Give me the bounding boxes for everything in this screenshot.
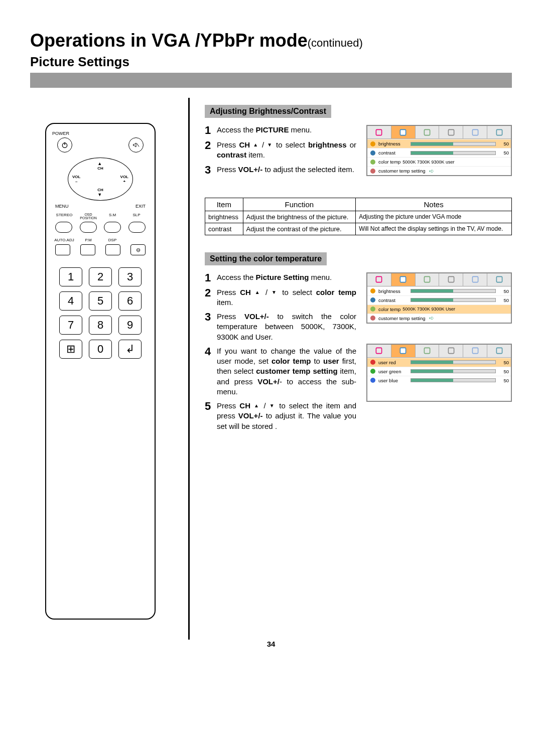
- osd-tab: [439, 126, 463, 138]
- svg-rect-24: [400, 348, 406, 353]
- osd-row: contrast 50: [367, 148, 511, 157]
- svg-rect-14: [400, 276, 406, 282]
- osd-row: contrast 50: [367, 295, 511, 305]
- table-row: contrast Adjust the contrast of the pict…: [205, 223, 512, 235]
- svg-point-20: [370, 297, 375, 303]
- section-header-brightness: Adjusting Brightness/Contrast: [205, 105, 331, 118]
- num-1: 1: [59, 267, 82, 286]
- osd-row-icon: [369, 297, 376, 303]
- osd-panel-1: brightness 50 contrast 50 color temp5000…: [366, 125, 512, 176]
- step-number: 1: [205, 125, 217, 136]
- osd-value: 50: [498, 288, 509, 294]
- num-7: 7: [59, 316, 82, 335]
- manual-page: Operations in VGA /YPbPr mode(continued)…: [0, 0, 542, 668]
- page-number: 34: [30, 640, 512, 648]
- osd-arrow-icon: ➪: [429, 168, 434, 175]
- osd-value: 50: [498, 141, 509, 146]
- osd-row-label: user blue: [378, 378, 409, 383]
- step-number: 2: [205, 140, 217, 161]
- osd-tab: [416, 345, 440, 357]
- step-text: Press VOL+/- to switch the color tempera…: [217, 312, 356, 342]
- num-5: 5: [89, 291, 112, 311]
- osd-row-icon: [369, 315, 376, 321]
- osd-row-icon: [369, 141, 376, 147]
- svg-point-9: [370, 141, 375, 146]
- osd-row-icon: [369, 168, 376, 174]
- osd-row-label: color temp: [378, 307, 400, 312]
- remote-control-illustration: POWER ▲CH CH▼ VOL – VOL + MENU: [45, 123, 156, 620]
- osd-row-icon: [369, 368, 376, 374]
- exit-label: EXIT: [136, 204, 146, 209]
- btn-label: AUTO.ADJ: [54, 238, 74, 242]
- osd-tab: [463, 126, 487, 138]
- osd-value: 50: [498, 297, 509, 303]
- step-text: Press CH ▲ / ▼ to select color temp item…: [217, 287, 356, 308]
- step: 2Press CH ▲ / ▼ to select brightness or …: [205, 140, 356, 161]
- sm-button: [104, 222, 121, 233]
- osd-options: 5000K 7300K 9300K User: [402, 307, 509, 312]
- page-subtitle: Picture Settings: [30, 54, 512, 70]
- step-text: Press CH ▲ / ▼ to select the item and pr…: [217, 401, 356, 431]
- step: 3Press VOL+/- to switch the color temper…: [205, 312, 356, 342]
- vol-plus: VOL +: [120, 175, 128, 184]
- osd-row: user red 50: [367, 358, 511, 367]
- num-9: 9: [118, 316, 142, 335]
- btn-label: OSD POSITION: [78, 213, 98, 220]
- numpad: 1 2 3 4 5 6 7 8 9 ⊞: [52, 267, 149, 359]
- step: 2Press CH ▲ / ▼ to select color temp ite…: [205, 287, 356, 308]
- function-table: Item Function Notes brightness Adjust th…: [205, 198, 512, 235]
- svg-rect-25: [424, 348, 430, 353]
- osd-tab: [391, 126, 416, 138]
- num-8: 8: [89, 316, 112, 335]
- cell-item: contrast: [205, 223, 243, 235]
- dsp-button: [105, 244, 120, 255]
- osd-arrow-icon: ➪: [429, 315, 434, 322]
- osd-tab: [487, 126, 511, 138]
- svg-point-10: [370, 150, 375, 156]
- num-4: 4: [59, 291, 82, 311]
- menu-label: MENU: [55, 204, 69, 209]
- power-button: [57, 137, 72, 153]
- step-text: Press CH ▲ / ▼ to select brightness or c…: [217, 140, 356, 161]
- step-text: Access the Picture Setting menu.: [217, 272, 332, 283]
- step: 1Access the PICTURE menu.: [205, 125, 356, 136]
- osd-row: brightness 50: [367, 286, 511, 295]
- svg-rect-16: [448, 276, 454, 282]
- osd-tab: [367, 345, 391, 357]
- step: 3Press VOL+/- to adjust the selected ite…: [205, 165, 356, 176]
- osd-tab: [487, 345, 511, 357]
- osd-tab: [367, 126, 391, 138]
- num-input: ⊞: [59, 340, 82, 359]
- osd-panel-3: user red 50 user green 50 user blue 50: [366, 344, 512, 402]
- osd-position-button: [80, 222, 97, 233]
- num-enter: ↲: [118, 340, 142, 359]
- osd-row-label: customer temp setting: [378, 168, 425, 174]
- osd-value: 50: [498, 360, 509, 365]
- svg-rect-17: [472, 276, 478, 282]
- power-label: POWER: [52, 131, 149, 136]
- step: 1Access the Picture Setting menu.: [205, 272, 356, 283]
- svg-rect-26: [448, 348, 454, 353]
- svg-rect-6: [448, 129, 454, 135]
- svg-point-21: [370, 307, 375, 312]
- svg-rect-13: [376, 276, 382, 282]
- osd-row: customer temp setting➪: [367, 166, 511, 175]
- osd-value: 50: [498, 369, 509, 374]
- osd-row-icon: [369, 159, 376, 165]
- th-function: Function: [243, 198, 356, 211]
- osd-options: 5000K 7300K 9300K user: [402, 160, 509, 165]
- osd-tab: [416, 126, 440, 138]
- num-2: 2: [89, 267, 112, 286]
- osd-tab: [487, 273, 511, 286]
- section-header-colortemp: Setting the color temperature: [205, 252, 327, 265]
- osd-row-label: customer temp setting: [378, 316, 425, 321]
- svg-rect-4: [400, 129, 406, 135]
- svg-point-31: [370, 378, 375, 383]
- osd-bar: [411, 151, 496, 155]
- step-number: 1: [205, 272, 217, 283]
- pm-button: [80, 244, 95, 255]
- step-number: 3: [205, 312, 217, 342]
- slp-button: [128, 222, 146, 233]
- osd-row-icon: [369, 150, 376, 156]
- page-title: Operations in VGA /YPbPr mode(continued): [30, 30, 512, 51]
